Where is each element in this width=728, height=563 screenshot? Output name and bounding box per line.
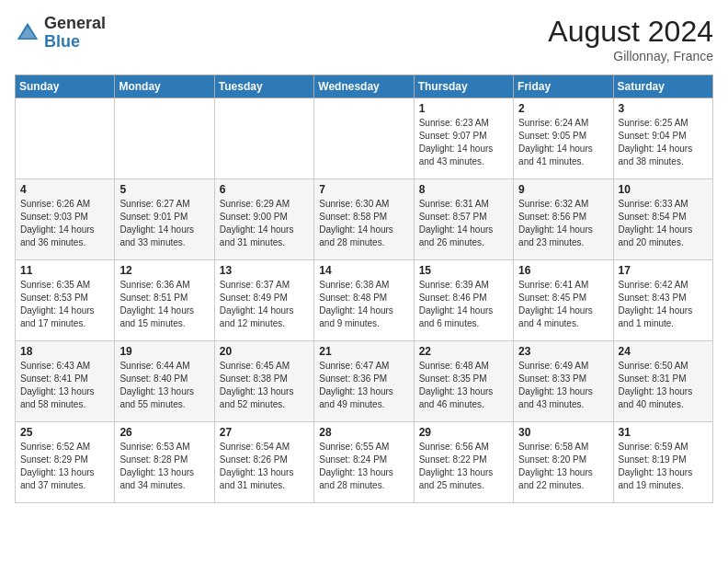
day-info: Sunrise: 6:23 AM Sunset: 9:07 PM Dayligh… [419,117,508,168]
day-info: Sunrise: 6:33 AM Sunset: 8:54 PM Dayligh… [619,198,708,249]
calendar-cell: 14Sunrise: 6:38 AM Sunset: 8:48 PM Dayli… [314,260,414,341]
day-number: 19 [119,345,209,358]
logo-text: General Blue [44,15,106,52]
day-number: 24 [619,345,708,358]
day-info: Sunrise: 6:41 AM Sunset: 8:45 PM Dayligh… [518,279,608,330]
day-number: 9 [518,183,608,196]
calendar-cell: 15Sunrise: 6:39 AM Sunset: 8:46 PM Dayli… [414,260,513,341]
calendar-cell: 23Sunrise: 6:49 AM Sunset: 8:33 PM Dayli… [514,341,613,422]
day-info: Sunrise: 6:25 AM Sunset: 9:04 PM Dayligh… [619,117,708,168]
day-info: Sunrise: 6:44 AM Sunset: 8:40 PM Dayligh… [119,360,209,411]
day-info: Sunrise: 6:30 AM Sunset: 8:58 PM Dayligh… [319,198,408,249]
day-info: Sunrise: 6:42 AM Sunset: 8:43 PM Dayligh… [619,279,708,330]
calendar-cell: 22Sunrise: 6:48 AM Sunset: 8:35 PM Dayli… [414,341,513,422]
calendar-cell: 6Sunrise: 6:29 AM Sunset: 9:00 PM Daylig… [214,179,313,260]
col-wednesday: Wednesday [314,75,414,98]
calendar-cell: 28Sunrise: 6:55 AM Sunset: 8:24 PM Dayli… [314,422,414,503]
day-number: 8 [419,183,508,196]
calendar-week-4: 25Sunrise: 6:52 AM Sunset: 8:29 PM Dayli… [16,422,713,503]
day-info: Sunrise: 6:59 AM Sunset: 8:19 PM Dayligh… [619,441,708,492]
day-number: 2 [518,102,608,115]
page-header: General Blue August 2024 Gillonnay, Fran… [15,15,713,63]
day-number: 29 [419,426,508,439]
day-info: Sunrise: 6:58 AM Sunset: 8:20 PM Dayligh… [518,441,608,492]
day-info: Sunrise: 6:49 AM Sunset: 8:33 PM Dayligh… [518,360,608,411]
day-number: 18 [20,345,109,358]
col-tuesday: Tuesday [214,75,313,98]
day-info: Sunrise: 6:24 AM Sunset: 9:05 PM Dayligh… [518,117,608,168]
day-info: Sunrise: 6:37 AM Sunset: 8:49 PM Dayligh… [220,279,309,330]
col-monday: Monday [115,75,214,98]
logo: General Blue [15,15,106,52]
day-number: 31 [619,426,708,439]
day-info: Sunrise: 6:29 AM Sunset: 9:00 PM Dayligh… [220,198,309,249]
col-sunday: Sunday [16,75,115,98]
day-number: 7 [319,183,408,196]
day-info: Sunrise: 6:48 AM Sunset: 8:35 PM Dayligh… [419,360,508,411]
day-number: 15 [419,264,508,277]
logo-blue: Blue [44,33,106,52]
day-number: 6 [220,183,309,196]
day-number: 17 [619,264,708,277]
calendar-cell: 9Sunrise: 6:32 AM Sunset: 8:56 PM Daylig… [514,179,613,260]
logo-icon [15,20,40,46]
day-info: Sunrise: 6:56 AM Sunset: 8:22 PM Dayligh… [419,441,508,492]
col-saturday: Saturday [613,75,712,98]
day-info: Sunrise: 6:31 AM Sunset: 8:57 PM Dayligh… [419,198,508,249]
title-block: August 2024 Gillonnay, France [548,15,713,63]
calendar-header: Sunday Monday Tuesday Wednesday Thursday… [16,75,713,98]
calendar-cell [16,98,115,179]
day-number: 13 [220,264,309,277]
calendar-week-1: 4Sunrise: 6:26 AM Sunset: 9:03 PM Daylig… [16,179,713,260]
day-number: 23 [518,345,608,358]
day-number: 27 [220,426,309,439]
day-info: Sunrise: 6:52 AM Sunset: 8:29 PM Dayligh… [20,441,109,492]
calendar-cell: 25Sunrise: 6:52 AM Sunset: 8:29 PM Dayli… [16,422,115,503]
calendar-cell: 13Sunrise: 6:37 AM Sunset: 8:49 PM Dayli… [214,260,313,341]
calendar-cell [115,98,214,179]
day-number: 28 [319,426,408,439]
calendar-cell: 19Sunrise: 6:44 AM Sunset: 8:40 PM Dayli… [115,341,214,422]
calendar-cell: 18Sunrise: 6:43 AM Sunset: 8:41 PM Dayli… [16,341,115,422]
day-info: Sunrise: 6:45 AM Sunset: 8:38 PM Dayligh… [220,360,309,411]
calendar-cell: 2Sunrise: 6:24 AM Sunset: 9:05 PM Daylig… [514,98,613,179]
day-info: Sunrise: 6:32 AM Sunset: 8:56 PM Dayligh… [518,198,608,249]
calendar-week-0: 1Sunrise: 6:23 AM Sunset: 9:07 PM Daylig… [16,98,713,179]
day-number: 11 [20,264,109,277]
day-number: 22 [419,345,508,358]
calendar-table: Sunday Monday Tuesday Wednesday Thursday… [15,75,713,503]
day-info: Sunrise: 6:35 AM Sunset: 8:53 PM Dayligh… [20,279,109,330]
calendar-cell: 30Sunrise: 6:58 AM Sunset: 8:20 PM Dayli… [514,422,613,503]
calendar-cell: 26Sunrise: 6:53 AM Sunset: 8:28 PM Dayli… [115,422,214,503]
calendar-cell: 21Sunrise: 6:47 AM Sunset: 8:36 PM Dayli… [314,341,414,422]
calendar-week-3: 18Sunrise: 6:43 AM Sunset: 8:41 PM Dayli… [16,341,713,422]
day-info: Sunrise: 6:54 AM Sunset: 8:26 PM Dayligh… [220,441,309,492]
month-year: August 2024 [548,15,713,49]
day-info: Sunrise: 6:26 AM Sunset: 9:03 PM Dayligh… [20,198,109,249]
day-info: Sunrise: 6:36 AM Sunset: 8:51 PM Dayligh… [119,279,209,330]
day-number: 16 [518,264,608,277]
day-number: 3 [619,102,708,115]
day-info: Sunrise: 6:38 AM Sunset: 8:48 PM Dayligh… [319,279,408,330]
day-info: Sunrise: 6:47 AM Sunset: 8:36 PM Dayligh… [319,360,408,411]
calendar-cell: 7Sunrise: 6:30 AM Sunset: 8:58 PM Daylig… [314,179,414,260]
day-info: Sunrise: 6:50 AM Sunset: 8:31 PM Dayligh… [619,360,708,411]
logo-general: General [44,15,106,33]
location: Gillonnay, France [548,49,713,63]
day-number: 26 [119,426,209,439]
calendar-cell [214,98,313,179]
day-info: Sunrise: 6:53 AM Sunset: 8:28 PM Dayligh… [119,441,209,492]
calendar-cell [314,98,414,179]
day-info: Sunrise: 6:27 AM Sunset: 9:01 PM Dayligh… [119,198,209,249]
calendar-cell: 27Sunrise: 6:54 AM Sunset: 8:26 PM Dayli… [214,422,313,503]
day-number: 12 [119,264,209,277]
calendar-cell: 24Sunrise: 6:50 AM Sunset: 8:31 PM Dayli… [613,341,712,422]
calendar-cell: 31Sunrise: 6:59 AM Sunset: 8:19 PM Dayli… [613,422,712,503]
day-number: 25 [20,426,109,439]
day-number: 21 [319,345,408,358]
calendar-cell: 29Sunrise: 6:56 AM Sunset: 8:22 PM Dayli… [414,422,513,503]
calendar-cell: 16Sunrise: 6:41 AM Sunset: 8:45 PM Dayli… [514,260,613,341]
calendar-cell: 10Sunrise: 6:33 AM Sunset: 8:54 PM Dayli… [613,179,712,260]
col-thursday: Thursday [414,75,513,98]
calendar-cell: 1Sunrise: 6:23 AM Sunset: 9:07 PM Daylig… [414,98,513,179]
